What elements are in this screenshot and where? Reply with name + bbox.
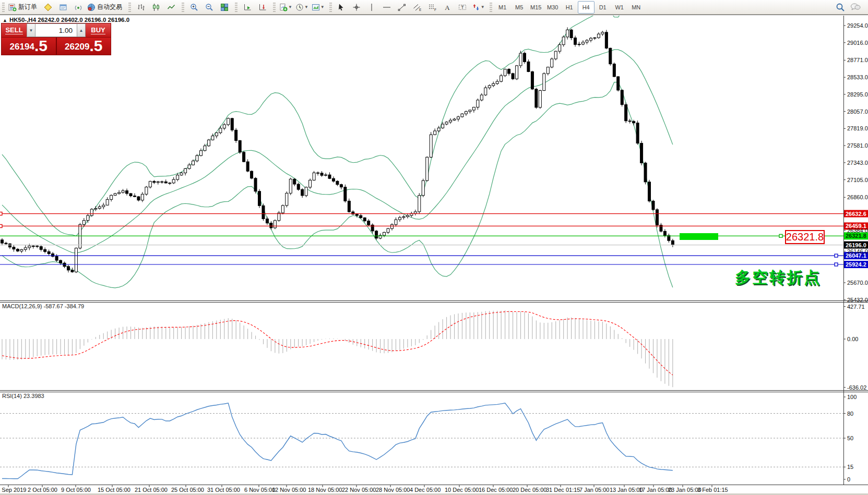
macd-tick-label: -636.02 xyxy=(847,384,866,391)
rsi-panel xyxy=(0,403,843,479)
price-tick-label: 25670.0 xyxy=(847,280,868,286)
price-tick-label: 26384.0 xyxy=(847,227,868,234)
sell-button[interactable]: SELL xyxy=(2,23,27,37)
macd-panel xyxy=(2,310,673,387)
turning-point-annotation[interactable]: 多空转折点 xyxy=(735,267,821,288)
green-highlight-bar[interactable] xyxy=(680,233,718,240)
time-tick-label: 25 Sep 2019 xyxy=(0,487,26,493)
time-tick-label: 23 Jan 05:00 xyxy=(668,487,701,493)
rsi-indicator-label: RSI(14) 23.3983 xyxy=(2,393,44,399)
macd-tick-label: 427.71 xyxy=(847,304,865,310)
price-tick-label: 28533.0 xyxy=(847,74,868,80)
time-tick-label: 20 Dec 05:00 xyxy=(513,487,546,493)
price-tick-label: 25432.0 xyxy=(847,297,868,303)
time-tick-label: 22 Nov 05:00 xyxy=(342,487,376,493)
time-tick-label: 10 Dec 05:00 xyxy=(445,487,479,493)
time-tick-label: 2 Oct 05:00 xyxy=(28,487,57,493)
line-anchor-marker[interactable] xyxy=(779,234,782,237)
time-tick-label: 25 Oct 05:00 xyxy=(171,487,204,493)
chart-title: ▲HK50-,H4 26242.0 26402.0 26196.0 26196.… xyxy=(3,17,129,23)
price-tick-label: 27343.0 xyxy=(847,160,868,166)
mt4-window: 新订单自动交易▼▼▼EFAT▼M1M5M15M30H1H4D1W1MN 2663… xyxy=(0,0,868,495)
time-tick-label: 6 Nov 05:00 xyxy=(244,487,275,493)
price-tick-label: 28057.0 xyxy=(847,108,868,115)
line-anchor-marker[interactable] xyxy=(835,254,838,257)
price-tag-label: 25924.2 xyxy=(846,261,866,268)
price-tag-label: 26196.0 xyxy=(846,242,866,248)
time-tick-label: 13 Jan 05:00 xyxy=(610,487,643,493)
time-tick-label: 15 Oct 05:00 xyxy=(98,487,130,493)
time-axis[interactable]: 25 Sep 20192 Oct 05:009 Oct 05:0015 Oct … xyxy=(0,485,728,493)
price-tick-label: 27105.0 xyxy=(847,177,868,183)
time-tick-label: 31 Oct 05:00 xyxy=(207,487,240,493)
price-tick-label: 26146.0 xyxy=(847,248,868,255)
volume-decrease-button[interactable]: ▼ xyxy=(27,23,35,37)
rsi-axis[interactable]: 1008050150 xyxy=(843,394,857,482)
rsi-tick-label: 15 xyxy=(847,464,853,470)
price-tag-label: 26632.6 xyxy=(846,211,866,217)
one-click-trade-panel: SELL ▼ 1.00 ▲ BUY 26194.5 26209.5 xyxy=(1,23,111,55)
chart-frame xyxy=(0,15,868,485)
price-tick-label: 28295.0 xyxy=(847,91,868,98)
time-tick-label: 17 Jan 05:00 xyxy=(639,487,672,493)
volume-increase-button[interactable]: ▲ xyxy=(77,23,86,37)
rsi-tick-label: 0 xyxy=(847,476,850,482)
volume-input[interactable]: 1.00 xyxy=(35,23,77,37)
chart-title-text: HK50-,H4 26242.0 26402.0 26196.0 26196.0 xyxy=(9,17,129,23)
rsi-tick-label: 100 xyxy=(847,394,857,400)
time-tick-label: 16 Dec 05:00 xyxy=(479,487,513,493)
chart-surface[interactable]: 26632.626459.126321.826196.026047.125924… xyxy=(0,0,868,495)
rsi-tick-label: 50 xyxy=(847,435,853,441)
time-tick-label: 21 Oct 05:00 xyxy=(135,487,168,493)
line-anchor-marker[interactable] xyxy=(835,263,838,266)
buy-button[interactable]: BUY xyxy=(86,23,111,37)
line-anchor-marker[interactable] xyxy=(0,224,2,227)
price-tick-label: 26860.0 xyxy=(847,194,868,200)
macd-tick-label: 0.00 xyxy=(847,336,858,342)
time-tick-label: 9 Oct 05:00 xyxy=(61,487,91,493)
level-lines: 26632.626459.126321.826196.026047.125924… xyxy=(0,210,868,268)
macd-signal-line xyxy=(2,311,673,375)
price-tick-label: 27819.0 xyxy=(847,125,868,131)
time-tick-label: 4 Dec 05:00 xyxy=(410,487,441,493)
time-tick-label: 31 Dec 01:15 xyxy=(546,487,580,493)
macd-axis[interactable]: 427.710.00-636.02 xyxy=(843,304,866,391)
price-tick-label: 28771.0 xyxy=(847,57,868,63)
time-tick-label: 12 Nov 05:00 xyxy=(272,487,306,493)
price-tick-label: 27581.0 xyxy=(847,142,868,149)
time-tick-label: 7 Jan 05:00 xyxy=(579,487,610,493)
time-tick-label: 3 Feb 01:15 xyxy=(697,487,728,493)
sell-price[interactable]: 26194.5 xyxy=(2,38,57,55)
buy-price[interactable]: 26209.5 xyxy=(57,38,111,55)
price-tick-label: 29254.0 xyxy=(847,22,868,29)
time-tick-label: 18 Nov 05:00 xyxy=(308,487,342,493)
time-tick-label: 28 Nov 05:00 xyxy=(376,487,410,493)
bollinger-middle-line xyxy=(2,50,673,253)
rsi-tick-label: 80 xyxy=(847,411,853,417)
price-tag-label: 26321.8 xyxy=(846,233,866,239)
price-annotation-box[interactable]: 26321.8 xyxy=(785,230,825,244)
price-tick-label: 29016.0 xyxy=(847,40,868,46)
collapse-arrow-icon[interactable]: ▲ xyxy=(3,18,7,23)
rsi-line xyxy=(2,403,673,479)
line-anchor-marker[interactable] xyxy=(0,212,2,215)
macd-indicator-label: MACD(12,26,9) -587.67 -384.79 xyxy=(2,303,84,309)
